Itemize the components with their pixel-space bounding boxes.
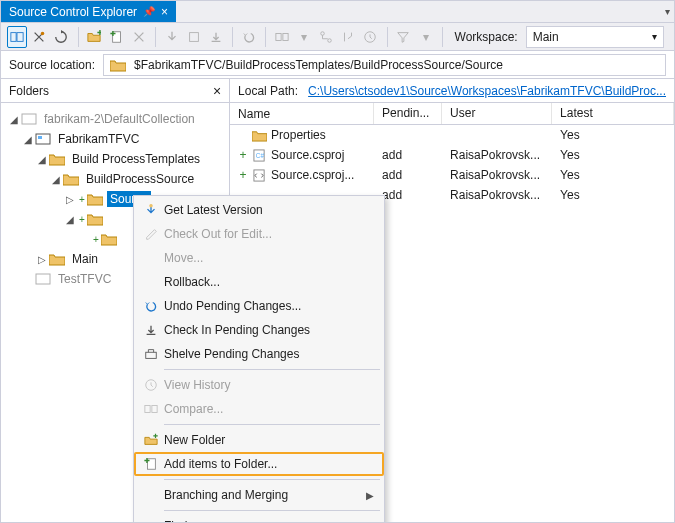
filter-button[interactable] <box>393 26 413 48</box>
checkin-icon <box>138 323 164 337</box>
window-title: Source Control Explorer <box>9 5 137 19</box>
add-items-icon: ✚ <box>138 457 164 471</box>
compare-button[interactable]: ▾ <box>294 26 314 48</box>
plus-icon: + <box>91 234 101 245</box>
menu-rollback[interactable]: Rollback... <box>134 270 384 294</box>
tree-build-templates[interactable]: ◢ Build ProcessTemplates <box>1 149 229 169</box>
window-menu-dropdown[interactable]: ▾ <box>660 1 674 22</box>
merge-button[interactable] <box>338 26 358 48</box>
toolbar: ✚ ✚ ▾ ▾ Workspace: Main ▾ <box>1 23 674 51</box>
chevron-down-icon: ▾ <box>652 31 657 42</box>
svg-rect-7 <box>276 33 281 40</box>
menu-checkin[interactable]: Check In Pending Changes <box>134 318 384 342</box>
expander-icon[interactable]: ◢ <box>7 114 21 125</box>
plus-icon: + <box>77 214 87 225</box>
shelve-icon <box>138 347 164 361</box>
expander-icon[interactable]: ◢ <box>35 154 49 165</box>
check-in-button[interactable] <box>206 26 226 48</box>
grid-row[interactable]: Properties Yes <box>230 125 674 145</box>
refresh-button[interactable] <box>51 26 71 48</box>
menu-compare: Compare... <box>134 397 384 421</box>
source-location-label: Source location: <box>9 58 95 72</box>
svg-text:C#: C# <box>256 152 265 159</box>
grid-header: Name Pendin... User Latest <box>230 103 674 125</box>
context-menu: Get Latest Version Check Out for Edit...… <box>133 195 385 523</box>
col-pending[interactable]: Pendin... <box>374 103 442 124</box>
submenu-arrow-icon: ▶ <box>366 490 374 501</box>
svg-text:✚: ✚ <box>153 433 158 439</box>
col-latest[interactable]: Latest <box>552 103 674 124</box>
expander-icon[interactable]: ▷ <box>63 194 77 205</box>
local-path-label: Local Path: <box>238 84 298 98</box>
undo-button[interactable] <box>239 26 259 48</box>
svg-text:✚: ✚ <box>144 457 150 464</box>
svg-point-9 <box>321 31 325 35</box>
svg-point-10 <box>328 38 332 42</box>
tree-root[interactable]: ◢ fabrikam-2\DefaultCollection <box>1 109 229 129</box>
grid-row[interactable]: + Source.csproj... add RaisaPokrovsk... … <box>230 165 674 185</box>
undo-icon <box>138 299 164 313</box>
expander-icon[interactable]: ▷ <box>35 254 49 265</box>
workspace-value: Main <box>533 30 559 44</box>
menu-get-latest[interactable]: Get Latest Version <box>134 198 384 222</box>
get-latest-button[interactable] <box>162 26 182 48</box>
grid-row[interactable]: + C# Source.csproj add RaisaPokrovsk... … <box>230 145 674 165</box>
svg-point-2 <box>41 31 45 35</box>
tree-build-source[interactable]: ◢ BuildProcessSource <box>1 169 229 189</box>
plus-icon: + <box>238 148 248 162</box>
menu-move: Move... <box>134 246 384 270</box>
workspace-label: Workspace: <box>449 30 524 44</box>
svg-rect-12 <box>22 114 36 124</box>
svg-rect-1 <box>17 32 23 41</box>
plus-icon: + <box>238 168 248 182</box>
menu-undo[interactable]: Undo Pending Changes... <box>134 294 384 318</box>
folders-header: Folders <box>9 84 49 98</box>
new-folder-button[interactable]: ✚ <box>84 26 104 48</box>
svg-text:✚: ✚ <box>110 30 116 37</box>
svg-rect-0 <box>11 32 16 41</box>
source-location-input[interactable]: $FabrikamTFVC/BuildProcessTemplates/Buil… <box>103 54 666 76</box>
menu-new-folder[interactable]: ✚ New Folder <box>134 428 384 452</box>
check-out-button[interactable] <box>184 26 204 48</box>
expander-icon[interactable]: ◢ <box>49 174 63 185</box>
menu-find[interactable]: Find ▶ <box>134 514 384 523</box>
tree-project[interactable]: ◢ FabrikamTFVC <box>1 129 229 149</box>
workspace-select[interactable]: Main ▾ <box>526 26 664 48</box>
svg-rect-15 <box>36 274 50 284</box>
svg-rect-14 <box>38 136 42 139</box>
menu-shelve[interactable]: Shelve Pending Changes <box>134 342 384 366</box>
menu-branching[interactable]: Branching and Merging ▶ <box>134 483 384 507</box>
col-user[interactable]: User <box>442 103 552 124</box>
svg-rect-6 <box>189 32 198 41</box>
history-button[interactable] <box>360 26 380 48</box>
menu-add-items[interactable]: ✚ Add items to Folder... <box>134 452 384 476</box>
col-name[interactable]: Name <box>230 103 374 124</box>
chevron-down-icon: ▾ <box>665 6 670 17</box>
close-folders-icon[interactable]: × <box>213 83 221 99</box>
delete-button[interactable] <box>129 26 149 48</box>
close-tab-icon[interactable]: × <box>161 5 168 19</box>
filter-dropdown[interactable]: ▾ <box>416 26 436 48</box>
checkout-icon <box>138 227 164 241</box>
svg-point-19 <box>149 204 153 208</box>
expander-icon[interactable]: ◢ <box>63 214 77 225</box>
svg-rect-23 <box>152 406 157 413</box>
compare-icon <box>138 402 164 416</box>
new-folder-icon: ✚ <box>138 433 164 447</box>
compare-folders-button[interactable] <box>272 26 292 48</box>
source-location-path: $FabrikamTFVC/BuildProcessTemplates/Buil… <box>134 58 503 72</box>
pin-icon[interactable]: 📌 <box>143 6 155 17</box>
add-items-button[interactable]: ✚ <box>107 26 127 48</box>
toggle-folders-button[interactable] <box>7 26 27 48</box>
local-path-link[interactable]: C:\Users\ctsodev1\Source\Workspaces\Fabr… <box>308 84 666 98</box>
menu-history: View History <box>134 373 384 397</box>
window-tab[interactable]: Source Control Explorer 📌 × <box>1 1 176 22</box>
refresh-pending-button[interactable] <box>29 26 49 48</box>
expander-icon[interactable]: ◢ <box>21 134 35 145</box>
svg-text:✚: ✚ <box>97 30 101 36</box>
svg-rect-20 <box>146 352 157 358</box>
svg-rect-8 <box>283 33 288 40</box>
history-icon <box>138 378 164 392</box>
branch-button[interactable] <box>316 26 336 48</box>
download-icon <box>138 203 164 217</box>
